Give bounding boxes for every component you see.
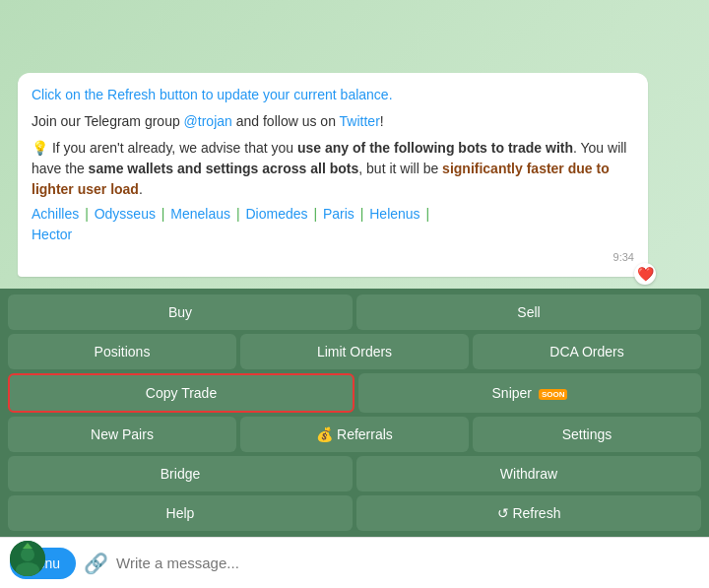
refresh-line: Click on the Refresh button to update yo… — [32, 85, 634, 105]
link-list: Achilles | Odysseus | Menelaus | Diomede… — [32, 204, 634, 245]
link-hector[interactable]: Hector — [32, 227, 72, 242]
telegram-link[interactable]: @trojan — [184, 113, 232, 129]
dca-orders-button[interactable]: DCA Orders — [473, 334, 701, 369]
sell-button[interactable]: Sell — [356, 294, 701, 330]
refresh-button[interactable]: ↺ Refresh — [356, 495, 701, 531]
help-button[interactable]: Help — [8, 495, 353, 531]
button-row-5: Bridge Withdraw — [8, 456, 701, 491]
referrals-button[interactable]: 💰 Referrals — [240, 417, 469, 452]
timestamp: 9:34 — [32, 249, 634, 266]
link-paris[interactable]: Paris — [323, 206, 354, 222]
link-helenus[interactable]: Helenus — [369, 206, 419, 222]
bottom-bar: Menu 🔗 — [0, 537, 709, 588]
advice-line: 💡 If you aren't already, we advise that … — [32, 138, 634, 200]
message-input[interactable] — [116, 555, 699, 571]
bridge-button[interactable]: Bridge — [8, 456, 353, 491]
button-row-3: Copy Trade Sniper SOON — [8, 373, 701, 413]
limit-orders-button[interactable]: Limit Orders — [240, 334, 469, 369]
buy-button[interactable]: Buy — [8, 294, 353, 330]
link-achilles[interactable]: Achilles — [32, 206, 79, 222]
telegram-line: Join our Telegram group @trojan and foll… — [32, 111, 634, 132]
button-grid: Buy Sell Positions Limit Orders DCA Orde… — [0, 289, 709, 537]
button-row-2: Positions Limit Orders DCA Orders — [8, 334, 701, 369]
new-pairs-button[interactable]: New Pairs — [8, 417, 236, 452]
button-row-6: Help ↺ Refresh — [8, 495, 701, 531]
message-bubble: Click on the Refresh button to update yo… — [18, 73, 648, 278]
attach-icon[interactable]: 🔗 — [84, 552, 108, 575]
button-row-1: Buy Sell — [8, 294, 701, 330]
link-diomedes[interactable]: Diomedes — [245, 206, 307, 222]
soon-badge: SOON — [539, 389, 568, 400]
positions-button[interactable]: Positions — [8, 334, 236, 369]
withdraw-button[interactable]: Withdraw — [356, 456, 701, 491]
settings-button[interactable]: Settings — [473, 417, 701, 452]
heart-reaction: ❤️ — [634, 263, 656, 285]
link-menelaus[interactable]: Menelaus — [170, 206, 230, 222]
sniper-button[interactable]: Sniper SOON — [358, 373, 701, 413]
button-row-4: New Pairs 💰 Referrals Settings — [8, 417, 701, 452]
copy-trade-button[interactable]: Copy Trade — [8, 373, 354, 413]
twitter-link[interactable]: Twitter — [340, 113, 380, 129]
link-odysseus[interactable]: Odysseus — [95, 206, 156, 222]
